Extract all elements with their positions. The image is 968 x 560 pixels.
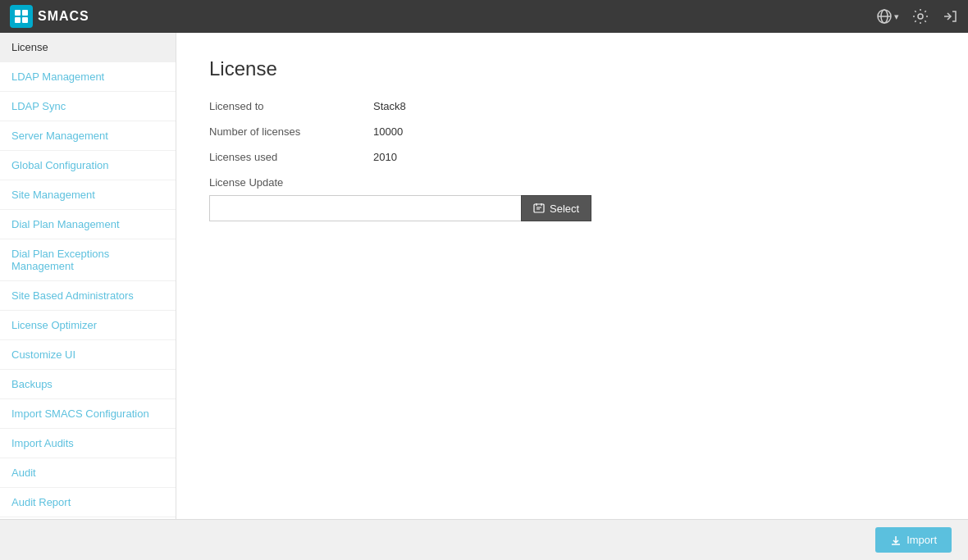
num-licenses-value: 10000 xyxy=(373,125,403,138)
sidebar-item-8[interactable]: Site Based Administrators xyxy=(0,281,176,311)
licensed-to-row: Licensed to Stack8 xyxy=(209,100,935,112)
licenses-used-row: Licenses used 2010 xyxy=(209,151,935,163)
header-icons: ▾ xyxy=(876,8,958,25)
sidebar-item-11[interactable]: Backups xyxy=(0,370,176,399)
content-area: License Licensed to Stack8 Number of lic… xyxy=(176,33,968,519)
svg-rect-1 xyxy=(22,10,28,16)
import-button[interactable]: Import xyxy=(875,527,952,553)
licensed-to-label: Licensed to xyxy=(209,100,373,112)
num-licenses-label: Number of licenses xyxy=(209,125,373,138)
sidebar-item-2[interactable]: LDAP Sync xyxy=(0,92,176,121)
settings-icon[interactable] xyxy=(912,8,929,25)
logo: SMACS xyxy=(10,5,89,28)
svg-rect-2 xyxy=(15,17,21,23)
sidebar-item-15[interactable]: Audit Report xyxy=(0,488,176,517)
sidebar-item-0[interactable]: License xyxy=(0,33,176,62)
logout-icon[interactable] xyxy=(942,8,958,25)
sidebar-item-10[interactable]: Customize UI xyxy=(0,340,176,370)
sidebar-item-6[interactable]: Dial Plan Management xyxy=(0,210,176,239)
license-update-row: Select xyxy=(209,195,935,221)
page-title: License xyxy=(209,57,935,80)
sidebar-item-4[interactable]: Global Configuration xyxy=(0,151,176,180)
sidebar-item-12[interactable]: Import SMACS Configuration xyxy=(0,399,176,429)
main-layout: LicenseLDAP ManagementLDAP SyncServer Ma… xyxy=(0,33,968,519)
language-icon[interactable]: ▾ xyxy=(876,8,899,25)
svg-rect-0 xyxy=(15,10,21,16)
sidebar: LicenseLDAP ManagementLDAP SyncServer Ma… xyxy=(0,33,176,519)
licenses-used-value: 2010 xyxy=(373,151,397,163)
svg-rect-9 xyxy=(534,204,544,212)
sidebar-item-14[interactable]: Audit xyxy=(0,458,176,488)
sidebar-item-13[interactable]: Import Audits xyxy=(0,429,176,458)
logo-text: SMACS xyxy=(38,9,89,24)
svg-point-7 xyxy=(918,14,923,19)
licenses-used-label: Licenses used xyxy=(209,151,373,163)
sidebar-item-3[interactable]: Server Management xyxy=(0,121,176,151)
sidebar-item-9[interactable]: License Optimizer xyxy=(0,311,176,340)
select-button[interactable]: Select xyxy=(521,195,591,221)
license-file-input[interactable] xyxy=(209,195,521,221)
svg-rect-3 xyxy=(22,17,28,23)
sidebar-item-5[interactable]: Site Management xyxy=(0,180,176,210)
num-licenses-row: Number of licenses 10000 xyxy=(209,125,935,138)
license-update-label: License Update xyxy=(209,176,935,189)
sidebar-item-1[interactable]: LDAP Management xyxy=(0,62,176,92)
header: SMACS ▾ xyxy=(0,0,968,33)
logo-icon xyxy=(10,5,33,28)
sidebar-item-7[interactable]: Dial Plan Exceptions Management xyxy=(0,239,176,281)
footer: Import xyxy=(0,519,968,560)
licensed-to-value: Stack8 xyxy=(373,100,406,112)
